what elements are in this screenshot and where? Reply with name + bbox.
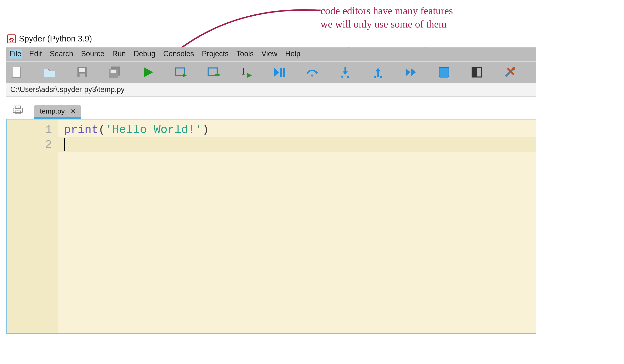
annotation-line1: code editors have many features — [320, 5, 453, 16]
line-number: 1 — [7, 122, 52, 137]
new-file-icon[interactable] — [10, 66, 24, 79]
spyder-window: S Spyder (Python 3.9) FileEditSearchSour… — [6, 33, 536, 334]
svg-rect-14 — [79, 73, 85, 77]
menu-help[interactable]: Help — [284, 49, 301, 58]
annotation-features: code editors have many features we will … — [320, 4, 453, 31]
menu-tools[interactable]: Tools — [236, 49, 255, 58]
window-titlebar: S Spyder (Python 3.9) — [6, 33, 536, 48]
svg-point-35 — [374, 76, 376, 78]
svg-point-44 — [512, 67, 515, 71]
svg-point-32 — [341, 76, 343, 78]
svg-marker-31 — [343, 72, 348, 75]
menu-debug[interactable]: Debug — [133, 49, 156, 58]
svg-point-30 — [311, 74, 313, 76]
svg-marker-34 — [376, 68, 381, 72]
svg-text:S: S — [10, 37, 13, 43]
text-cursor — [64, 138, 65, 151]
svg-marker-38 — [411, 68, 416, 76]
menu-run[interactable]: Run — [111, 49, 127, 58]
step-out-icon[interactable] — [371, 66, 385, 79]
svg-text:I: I — [242, 66, 245, 76]
max-window-icon[interactable] — [470, 66, 484, 79]
run-icon[interactable] — [141, 66, 155, 79]
step-into-icon[interactable] — [338, 66, 352, 79]
menubar: FileEditSearchSourceRunDebugConsolesProj… — [6, 48, 536, 62]
svg-rect-11 — [12, 67, 21, 78]
code-editor[interactable]: 1 2 print('Hello World!') — [6, 119, 536, 334]
svg-marker-23 — [218, 73, 220, 76]
tab-label: temp.py — [40, 107, 65, 115]
code-area[interactable]: print('Hello World!') — [58, 120, 536, 333]
run-selection-icon[interactable]: I — [240, 66, 254, 79]
annotation-line2: we will only use some of them — [320, 18, 447, 30]
menu-file[interactable]: File — [9, 49, 22, 58]
svg-marker-29 — [314, 71, 318, 74]
svg-marker-26 — [274, 68, 279, 77]
code-line-1: print('Hello World!') — [64, 122, 536, 137]
toolbar: I — [6, 62, 536, 83]
code-token-string: 'Hello World!' — [105, 123, 202, 136]
svg-marker-37 — [406, 68, 411, 76]
step-over-icon[interactable] — [306, 66, 319, 79]
continue-icon[interactable] — [404, 66, 418, 79]
svg-marker-18 — [144, 67, 153, 77]
code-token-func: print — [64, 123, 98, 136]
file-path: C:\Users\adsr\.spyder-py3\temp.py — [10, 85, 125, 94]
save-all-icon[interactable] — [108, 66, 122, 79]
svg-rect-13 — [79, 68, 85, 72]
svg-point-33 — [347, 76, 349, 78]
svg-rect-27 — [280, 68, 282, 77]
current-line-highlight — [58, 137, 536, 152]
spyder-logo-icon: S — [7, 34, 16, 43]
preferences-icon[interactable] — [503, 66, 517, 79]
window-title: Spyder (Python 3.9) — [19, 34, 92, 43]
close-icon[interactable]: ✕ — [70, 107, 77, 115]
menu-search[interactable]: Search — [49, 49, 74, 58]
svg-rect-41 — [472, 68, 477, 77]
line-number: 2 — [7, 137, 52, 152]
print-icon[interactable] — [12, 105, 24, 114]
line-gutter: 1 2 — [7, 120, 58, 333]
path-bar: C:\Users\adsr\.spyder-py3\temp.py — [6, 83, 536, 97]
menu-source[interactable]: Source — [80, 49, 105, 58]
editor-tab[interactable]: temp.py ✕ — [34, 105, 81, 119]
svg-point-36 — [380, 76, 382, 78]
svg-marker-25 — [247, 73, 252, 78]
code-token-open: ( — [98, 123, 105, 136]
menu-view[interactable]: View — [261, 49, 278, 58]
svg-rect-28 — [283, 68, 285, 77]
menu-projects[interactable]: Projects — [201, 49, 229, 58]
stop-icon[interactable] — [437, 66, 451, 79]
debug-icon[interactable] — [273, 66, 286, 79]
svg-rect-39 — [439, 67, 449, 77]
code-token-close: ) — [202, 123, 209, 136]
run-cell-icon[interactable] — [174, 66, 188, 79]
tab-row: temp.py ✕ — [6, 97, 536, 119]
run-cell-advance-icon[interactable] — [207, 66, 221, 79]
menu-edit[interactable]: Edit — [28, 49, 43, 58]
save-icon[interactable] — [76, 66, 89, 79]
open-file-icon[interactable] — [43, 66, 56, 79]
svg-rect-17 — [110, 70, 116, 73]
menu-consoles[interactable]: Consoles — [162, 49, 195, 58]
